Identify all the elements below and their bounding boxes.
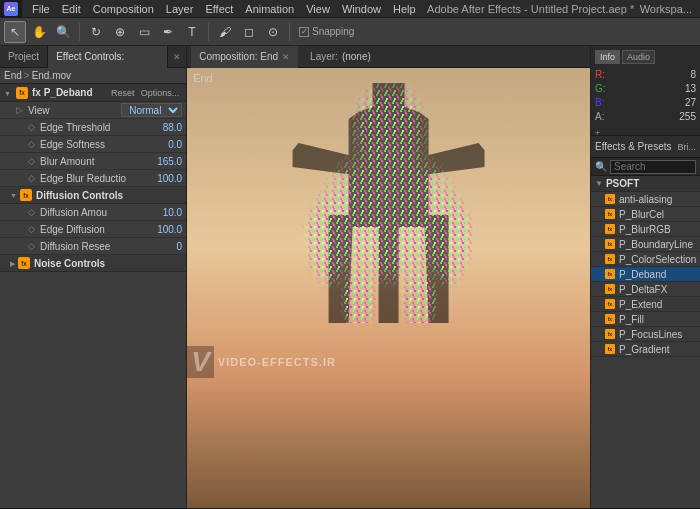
diffusion-section-label: Diffusion Controls xyxy=(36,190,123,201)
fx-search-input[interactable] xyxy=(610,160,696,174)
fx-item-icon: fx xyxy=(605,329,615,339)
fx-item-focuslines[interactable]: fx P_FocusLines xyxy=(591,327,700,342)
effect-expand-arrow[interactable] xyxy=(4,88,14,98)
app-title: Adobe After Effects - Untitled Project.a… xyxy=(422,3,640,15)
breadcrumb-separator: > xyxy=(24,70,30,81)
fx-item-deband[interactable]: fx P_Deband xyxy=(591,267,700,282)
fx-item-blurrgb[interactable]: fx P_BlurRGB xyxy=(591,222,700,237)
panel-close[interactable]: ✕ xyxy=(168,52,186,62)
fx-item-icon: fx xyxy=(605,224,615,234)
effect-row-edge-diffusion: ◇ Edge Diffusion 100.0 xyxy=(0,221,186,238)
noise-section-header[interactable]: fx Noise Controls xyxy=(0,255,186,272)
menu-composition[interactable]: Composition xyxy=(87,0,160,18)
fx-item-colorselection[interactable]: fx P_ColorSelection xyxy=(591,252,700,267)
edge-softness-expand[interactable]: ◇ xyxy=(28,139,38,149)
menu-help[interactable]: Help xyxy=(387,0,422,18)
edge-diffusion-expand[interactable]: ◇ xyxy=(28,224,38,234)
fx-item-fill[interactable]: fx P_Fill xyxy=(591,312,700,327)
info-panel: Info Audio R: 8 G: 13 B: 27 A: 255 + xyxy=(591,46,700,136)
tool-select[interactable]: ↖ xyxy=(4,21,26,43)
info-b-label: B: xyxy=(595,96,604,110)
info-tab-audio[interactable]: Audio xyxy=(622,50,655,64)
snapping-checkbox[interactable] xyxy=(299,27,309,37)
tool-pen[interactable]: ✒ xyxy=(157,21,179,43)
blur-amount-value[interactable]: 165.0 xyxy=(157,156,182,167)
menu-edit[interactable]: Edit xyxy=(56,0,87,18)
fx-item-label: P_ColorSelection xyxy=(619,254,696,265)
fx-item-anti-aliasing[interactable]: fx anti-aliasing xyxy=(591,192,700,207)
tool-anchor[interactable]: ⊕ xyxy=(109,21,131,43)
blur-reduction-value[interactable]: 100.0 xyxy=(157,173,182,184)
info-b-value: 27 xyxy=(685,96,696,110)
menu-file[interactable]: File xyxy=(26,0,56,18)
tool-rotate[interactable]: ↻ xyxy=(85,21,107,43)
effect-row-diffusion-reseed: ◇ Diffusion Resee 0 xyxy=(0,238,186,255)
noise-icon: fx xyxy=(18,257,30,269)
center-panel: Composition: End ✕ Layer: (none) End V V… xyxy=(187,46,590,508)
edge-threshold-expand[interactable]: ◇ xyxy=(28,122,38,132)
menu-layer[interactable]: Layer xyxy=(160,0,200,18)
fx-item-icon: fx xyxy=(605,269,615,279)
tool-eraser[interactable]: ◻ xyxy=(238,21,260,43)
fx-group-psoft[interactable]: ▼ PSOFT xyxy=(591,176,700,192)
tool-brush[interactable]: 🖌 xyxy=(214,21,236,43)
diffusion-amount-expand[interactable]: ◇ xyxy=(28,207,38,217)
app-icon: Ae xyxy=(0,0,22,18)
fx-item-gradient[interactable]: fx P_Gradient xyxy=(591,342,700,357)
fx-item-icon: fx xyxy=(605,209,615,219)
fx-item-label: P_Deband xyxy=(619,269,666,280)
diffusion-reseed-expand[interactable]: ◇ xyxy=(28,241,38,251)
edge-diffusion-value[interactable]: 100.0 xyxy=(157,224,182,235)
reset-btn[interactable]: Reset xyxy=(108,88,138,98)
fx-item-extend[interactable]: fx P_Extend xyxy=(591,297,700,312)
menu-animation[interactable]: Animation xyxy=(239,0,300,18)
info-r-label: R: xyxy=(595,68,605,82)
diffusion-icon: fx xyxy=(20,189,32,201)
blur-reduction-expand[interactable]: ◇ xyxy=(28,173,38,183)
menu-items: File Edit Composition Layer Effect Anima… xyxy=(22,0,422,18)
menu-window[interactable]: Window xyxy=(336,0,387,18)
effect-row-edge-threshold: ◇ Edge Threshold 88.0 xyxy=(0,119,186,136)
diffusion-amount-value[interactable]: 10.0 xyxy=(163,207,182,218)
menu-view[interactable]: View xyxy=(300,0,336,18)
fx-item-label: P_FocusLines xyxy=(619,329,682,340)
blur-amount-expand[interactable]: ◇ xyxy=(28,156,38,166)
info-a-value: 255 xyxy=(679,110,696,124)
view-expand[interactable]: ▷ xyxy=(16,105,26,115)
layer-value: (none) xyxy=(342,51,371,62)
options-btn[interactable]: Options... xyxy=(138,88,183,98)
tool-rect[interactable]: ▭ xyxy=(133,21,155,43)
edge-threshold-value[interactable]: 88.0 xyxy=(163,122,182,133)
info-tab-info[interactable]: Info xyxy=(595,50,620,64)
diffusion-reseed-value[interactable]: 0 xyxy=(177,241,183,252)
comp-tab[interactable]: Composition: End ✕ xyxy=(191,46,298,68)
tool-zoom[interactable]: 🔍 xyxy=(52,21,74,43)
breadcrumb: End > End.mov xyxy=(0,68,186,84)
fx-item-icon: fx xyxy=(605,299,615,309)
tool-puppet[interactable]: ⊙ xyxy=(262,21,284,43)
diffusion-section-header[interactable]: fx Diffusion Controls xyxy=(0,187,186,204)
edge-softness-value[interactable]: 0.0 xyxy=(168,139,182,150)
fx-item-icon: fx xyxy=(605,314,615,324)
fx-item-boundaryline[interactable]: fx P_BoundaryLine xyxy=(591,237,700,252)
view-dropdown[interactable]: Normal xyxy=(121,103,182,117)
fx-group-label: PSOFT xyxy=(606,178,639,189)
breadcrumb-file: End.mov xyxy=(32,70,71,81)
noise-expand xyxy=(10,258,15,268)
main-layout: Project Effect Controls: End.mov ✕ End >… xyxy=(0,46,700,508)
fx-item-label: P_BlurRGB xyxy=(619,224,671,235)
comp-tab-close[interactable]: ✕ xyxy=(282,52,290,62)
effect-row-edge-softness: ◇ Edge Softness 0.0 xyxy=(0,136,186,153)
fx-item-label: P_DeltaFX xyxy=(619,284,667,295)
tab-project[interactable]: Project xyxy=(0,46,48,68)
fx-item-blurcel[interactable]: fx P_BlurCel xyxy=(591,207,700,222)
tool-hand[interactable]: ✋ xyxy=(28,21,50,43)
menu-effect[interactable]: Effect xyxy=(199,0,239,18)
fx-item-label: P_Fill xyxy=(619,314,644,325)
tab-effect-controls[interactable]: Effect Controls: End.mov xyxy=(48,46,168,68)
comp-viewer: End V Video-Effects.IR 100% 0:00 xyxy=(187,68,590,508)
fx-item-label: P_Gradient xyxy=(619,344,670,355)
fx-item-deltafx[interactable]: fx P_DeltaFX xyxy=(591,282,700,297)
fx-search-area: 🔍 xyxy=(591,158,700,176)
tool-text[interactable]: T xyxy=(181,21,203,43)
